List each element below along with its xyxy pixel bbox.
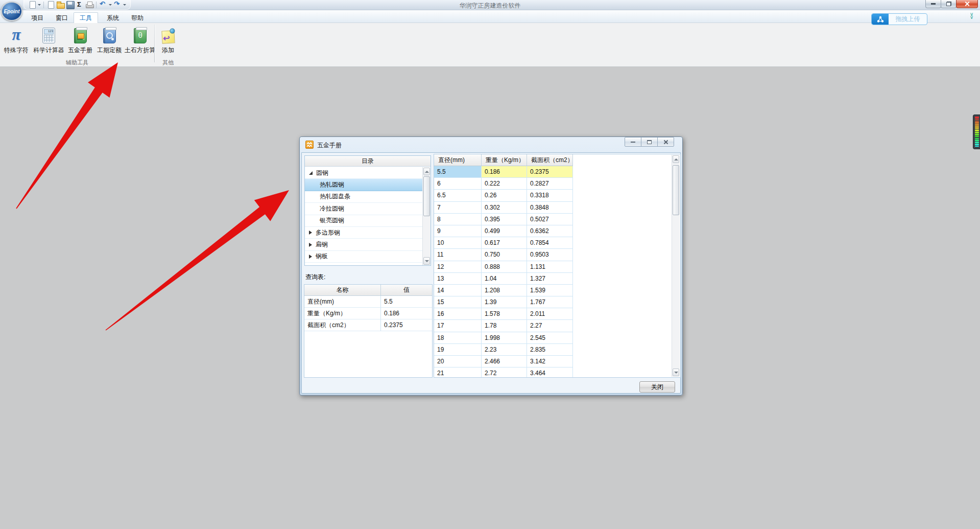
grid-row[interactable]: 5.50.1860.2375 [434,166,671,178]
scrollbar-thumb[interactable] [423,176,430,216]
grid-row[interactable]: 70.3020.3848 [434,202,671,214]
grid-row[interactable]: 192.232.835 [434,344,671,356]
tree-item-扁钢[interactable]: 扁钢 [305,239,422,250]
grid-row[interactable]: 161.5782.011 [434,308,671,320]
tree-expanded-icon[interactable] [309,171,313,175]
grid-cell: 1.539 [527,285,573,296]
grid-cell: 5.5 [434,166,482,178]
query-row[interactable]: 重量（Kg/m）0.186 [304,308,432,319]
tree-item-圆钢[interactable]: 圆钢 [305,167,422,179]
scroll-up-button[interactable] [673,155,679,163]
scroll-down-button[interactable] [673,369,679,376]
grid-column-header[interactable]: 直径(mm) [434,154,482,166]
scrollbar-thumb[interactable] [673,165,679,215]
dialog-close-button[interactable] [657,137,674,147]
grid-row[interactable]: 202.4663.142 [434,356,671,367]
tab-项目[interactable]: 项目 [26,13,49,23]
tree-item-角钢[interactable]: 角钢 [305,263,422,265]
tree-item-银亮圆钢[interactable]: 银亮圆钢 [305,215,422,227]
app-logo[interactable]: Epoint [1,2,22,21]
dropdown-caret-icon[interactable] [123,4,126,6]
query-cell-value: 5.5 [381,296,432,308]
grid-row[interactable]: 80.3950.5027 [434,214,671,225]
ribbon-button-特殊字符[interactable]: 特殊字符 [1,24,32,58]
query-row[interactable]: 直径(mm)5.5 [304,296,432,308]
tree-collapsed-icon[interactable] [309,243,312,247]
arrow-down-icon [425,260,429,262]
dialog-maximize-button[interactable] [641,137,658,147]
group-separator [154,25,155,62]
color-stripe [975,126,979,128]
grid-row[interactable]: 171.782.27 [434,320,671,332]
minimize-button[interactable] [925,0,941,8]
open-folder-icon[interactable] [56,1,64,9]
separator [96,2,97,8]
grid-row[interactable]: 6.50.260.3318 [434,190,671,201]
redo-icon[interactable] [113,1,122,9]
scroll-down-button[interactable] [423,257,430,265]
ribbon-button-五金手册[interactable]: 五金手册 [66,24,94,58]
dialog-titlebar[interactable]: 五金手册 [300,137,682,152]
tree-item-多边形钢[interactable]: 多边形钢 [305,227,422,239]
grid-row[interactable]: 60.2220.2827 [434,178,671,190]
grid-row[interactable]: 212.723.464 [434,367,671,377]
undo-icon[interactable] [99,1,107,9]
dialog-close-action-button[interactable]: 关闭 [639,381,675,393]
grid-row[interactable]: 90.4990.6362 [434,225,671,237]
ribbon-group-label: 辅助工具 [0,59,154,66]
grid-cell: 15 [434,296,482,308]
dialog-minimize-button[interactable] [625,137,641,147]
close-button[interactable] [956,0,978,8]
tree-item-钢板[interactable]: 钢板 [305,251,422,263]
print-icon[interactable] [85,1,93,9]
menu-bar: 项目窗口工具系统帮助 [0,10,980,23]
tab-帮助[interactable]: 帮助 [126,13,149,23]
tab-系统[interactable]: 系统 [101,13,125,23]
tree-scrollbar[interactable] [422,167,431,265]
tab-工具[interactable]: 工具 [74,12,98,23]
grid-cell: 6.5 [434,190,482,201]
dialog-title: 五金手册 [317,141,342,150]
tree-item-label: 圆钢 [316,169,328,177]
chevron-down-icon[interactable]: ∨∨ [970,13,973,19]
tree-collapsed-icon[interactable] [309,255,312,259]
grid-column-header[interactable]: 重量（Kg/m） [482,154,527,166]
drag-upload-widget[interactable]: 拖拽上传 [871,13,927,25]
color-meter-widget[interactable] [973,114,980,149]
scroll-up-button[interactable] [423,168,430,175]
tree-item-热轧圆盘条[interactable]: 热轧圆盘条 [305,191,422,203]
titlebar[interactable]: 华润守正房建造价软件 [0,0,980,10]
grid-scrollbar[interactable] [672,155,680,377]
ribbon-button-添加[interactable]: 添加 [156,24,180,58]
grid-column-header[interactable]: 截面积（cm2） [527,154,573,166]
tree-item-label: 热轧圆钢 [320,180,344,189]
tree-item-热轧圆钢[interactable]: 热轧圆钢 [305,179,422,191]
grid-row[interactable]: 120.8881.131 [434,261,671,273]
app-logo-label: Epoint [4,9,19,14]
sticky-note-icon [161,30,175,43]
ribbon-button-label: 工期定额 [95,46,124,55]
restore-button[interactable] [941,0,957,8]
grid-row[interactable]: 181.9982.545 [434,332,671,344]
grid-row[interactable]: 141.2081.539 [434,285,671,296]
dropdown-caret-icon[interactable] [38,4,41,6]
tab-窗口[interactable]: 窗口 [50,13,74,23]
new-document-icon[interactable] [28,1,36,9]
ribbon-button-label: 土石方折算 [124,46,156,55]
ribbon-button-科学计算器[interactable]: 科学计算器 [32,24,65,58]
dropdown-caret-icon[interactable] [109,4,112,6]
tree-collapsed-icon[interactable] [309,231,312,235]
grid-row[interactable]: 151.391.767 [434,296,671,308]
query-table-label: 查询表: [305,273,325,282]
query-row[interactable]: 截面积（cm2）0.2375 [304,319,432,331]
ribbon-button-工期定额[interactable]: 工期定额 [95,24,124,58]
tree-item-冷拉圆钢[interactable]: 冷拉圆钢 [305,203,422,215]
ribbon-button-土石方折算[interactable]: 土石方折算 [124,24,156,58]
blank-page-icon[interactable] [46,1,55,9]
grid-row[interactable]: 100.6170.7854 [434,237,671,249]
sum-icon[interactable] [76,1,84,9]
grid-row[interactable]: 110.7500.9503 [434,249,671,261]
grid-row[interactable]: 131.041.327 [434,273,671,285]
save-icon[interactable] [66,1,74,9]
pi-icon [12,26,21,43]
